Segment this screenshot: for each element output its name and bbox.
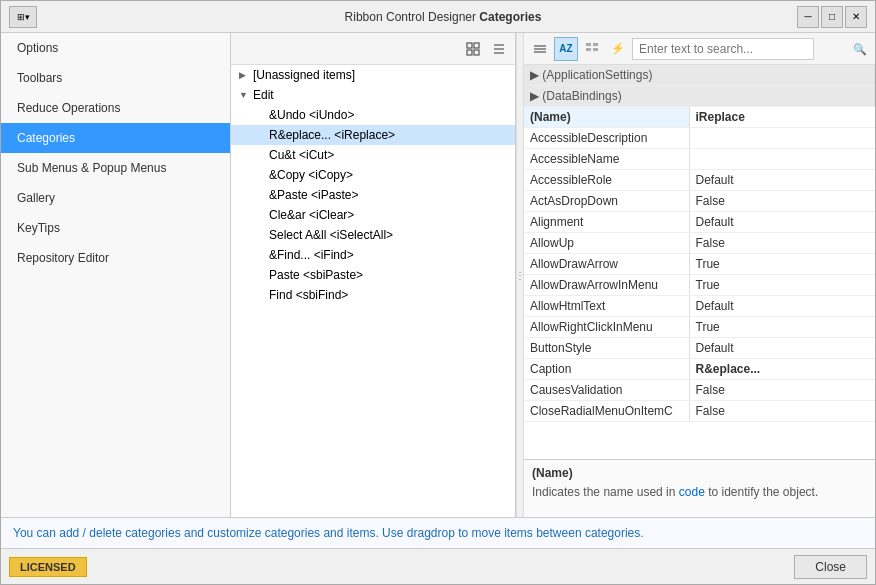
search-input[interactable]: [632, 38, 814, 60]
prop-row[interactable]: Caption R&eplace...: [524, 359, 875, 380]
prop-info-desc-text: Indicates the name used in: [532, 485, 675, 499]
tree-container: ▶ [Unassigned items] ▼ Edit &Undo <iUndo…: [231, 65, 515, 517]
prop-row[interactable]: AccessibleDescription: [524, 128, 875, 149]
tree-item-selectall[interactable]: Select A&ll <iSelectAll>: [231, 225, 515, 245]
tree-item-label: [Unassigned items]: [253, 68, 355, 82]
svg-rect-13: [593, 48, 598, 51]
prop-name: AccessibleName: [524, 149, 689, 170]
sidebar-item-sub-menus[interactable]: Sub Menus & Popup Menus: [1, 153, 230, 183]
sidebar-item-gallery[interactable]: Gallery: [1, 183, 230, 213]
tree-item-label: &Copy <iCopy>: [269, 168, 353, 182]
group-arrow: ▶: [530, 89, 539, 103]
search-wrap: 🔍: [632, 38, 871, 60]
prop-row[interactable]: AccessibleRole Default: [524, 170, 875, 191]
bottom-message: You can add / delete categories and cust…: [1, 517, 875, 548]
prop-row[interactable]: ButtonStyle Default: [524, 338, 875, 359]
tree-item-label: Find <sbiFind>: [269, 288, 348, 302]
prop-value: [689, 149, 875, 170]
sidebar-item-options[interactable]: Options: [1, 33, 230, 63]
prop-value: [689, 128, 875, 149]
prop-value: Default: [689, 212, 875, 233]
prop-name: Alignment: [524, 212, 689, 233]
licensed-badge: LICENSED: [9, 557, 87, 577]
tree-item-label: &Find... <iFind>: [269, 248, 354, 262]
prop-value: False: [689, 191, 875, 212]
tree-item-sbifind[interactable]: Find <sbiFind>: [231, 285, 515, 305]
prop-info-desc: Indicates the name used in code to ident…: [532, 484, 867, 501]
sidebar-item-toolbars[interactable]: Toolbars: [1, 63, 230, 93]
svg-rect-3: [474, 50, 479, 55]
tree-item-unassigned[interactable]: ▶ [Unassigned items]: [231, 65, 515, 85]
prop-row[interactable]: CloseRadialMenuOnItemC False: [524, 401, 875, 422]
sidebar-item-categories[interactable]: Categories: [1, 123, 230, 153]
search-icon: 🔍: [853, 42, 867, 55]
prop-row[interactable]: Alignment Default: [524, 212, 875, 233]
tree-item-label: Select A&ll <iSelectAll>: [269, 228, 393, 242]
tree-item-sbipaste[interactable]: Paste <sbiPaste>: [231, 265, 515, 285]
prop-row[interactable]: AllowDrawArrowInMenu True: [524, 275, 875, 296]
right-toolbar-lightning-btn[interactable]: ⚡: [606, 37, 630, 61]
prop-name: AccessibleRole: [524, 170, 689, 191]
bottom-message-text: You can add / delete categories and cust…: [13, 526, 644, 540]
prop-value: iReplace: [689, 107, 875, 128]
properties-info: (Name) Indicates the name used in code t…: [524, 459, 875, 517]
sidebar-item-reduce-operations[interactable]: Reduce Operations: [1, 93, 230, 123]
tree-item-label: Paste <sbiPaste>: [269, 268, 363, 282]
tree-item-clear[interactable]: Cle&ar <iClear>: [231, 205, 515, 225]
prop-info-desc-end: to identify the object.: [708, 485, 818, 499]
panel-separator[interactable]: ⋮: [516, 33, 524, 517]
close-button[interactable]: Close: [794, 555, 867, 579]
middle-toolbar: [231, 33, 515, 65]
prop-info-link[interactable]: code: [679, 485, 705, 499]
tree-item-undo[interactable]: &Undo <iUndo>: [231, 105, 515, 125]
svg-rect-11: [593, 43, 598, 46]
svg-rect-1: [474, 43, 479, 48]
maximize-button[interactable]: □: [821, 6, 843, 28]
group-row-app-settings[interactable]: ▶ (ApplicationSettings): [524, 65, 875, 86]
title-bar-controls: ─ □ ✕: [797, 6, 867, 28]
tree-item-edit-group[interactable]: ▼ Edit: [231, 85, 515, 105]
prop-row[interactable]: ActAsDropDown False: [524, 191, 875, 212]
right-toolbar-alpha-btn[interactable]: AZ: [554, 37, 578, 61]
middle-toolbar-grid-btn[interactable]: [461, 37, 485, 61]
right-toolbar-expand-btn[interactable]: [528, 37, 552, 61]
prop-value: False: [689, 233, 875, 254]
prop-value: R&eplace...: [689, 359, 875, 380]
prop-value: Default: [689, 338, 875, 359]
prop-info-name: (Name): [532, 466, 867, 480]
sidebar-item-keytips[interactable]: KeyTips: [1, 213, 230, 243]
prop-value: Default: [689, 170, 875, 191]
minimize-button[interactable]: ─: [797, 6, 819, 28]
tree-item-find[interactable]: &Find... <iFind>: [231, 245, 515, 265]
prop-row-name[interactable]: (Name) iReplace: [524, 107, 875, 128]
grid-menu-btn[interactable]: ⊞▾: [9, 6, 37, 28]
tree-item-replace[interactable]: R&eplace... <iReplace>: [231, 125, 515, 145]
title-bar: ⊞▾ Ribbon Control Designer Categories ─ …: [1, 1, 875, 33]
right-toolbar-category-btn[interactable]: [580, 37, 604, 61]
middle-toolbar-list-btn[interactable]: [487, 37, 511, 61]
prop-row[interactable]: AllowRightClickInMenu True: [524, 317, 875, 338]
middle-panel: ▶ [Unassigned items] ▼ Edit &Undo <iUndo…: [231, 33, 516, 517]
prop-row[interactable]: AccessibleName: [524, 149, 875, 170]
close-window-button[interactable]: ✕: [845, 6, 867, 28]
prop-row[interactable]: AllowDrawArrow True: [524, 254, 875, 275]
tree-item-label: &Paste <iPaste>: [269, 188, 358, 202]
prop-row[interactable]: AllowUp False: [524, 233, 875, 254]
properties-table: ▶ (ApplicationSettings) ▶ (DataBindings): [524, 65, 875, 459]
prop-row[interactable]: CausesValidation False: [524, 380, 875, 401]
tree-item-cut[interactable]: Cu&t <iCut>: [231, 145, 515, 165]
group-row-databindings[interactable]: ▶ (DataBindings): [524, 86, 875, 107]
prop-row[interactable]: AllowHtmlText Default: [524, 296, 875, 317]
window-title: Ribbon Control Designer Categories: [89, 10, 797, 24]
tree-item-label: Cle&ar <iClear>: [269, 208, 354, 222]
tree-item-paste[interactable]: &Paste <iPaste>: [231, 185, 515, 205]
sidebar-item-repository-editor[interactable]: Repository Editor: [1, 243, 230, 273]
window-title-bold: Categories: [479, 10, 541, 24]
prop-name: AllowHtmlText: [524, 296, 689, 317]
group-label: (DataBindings): [542, 89, 621, 103]
right-toolbar: AZ ⚡ 🔍: [524, 33, 875, 65]
svg-rect-0: [467, 43, 472, 48]
prop-value: False: [689, 380, 875, 401]
tree-item-copy[interactable]: &Copy <iCopy>: [231, 165, 515, 185]
prop-value: True: [689, 254, 875, 275]
